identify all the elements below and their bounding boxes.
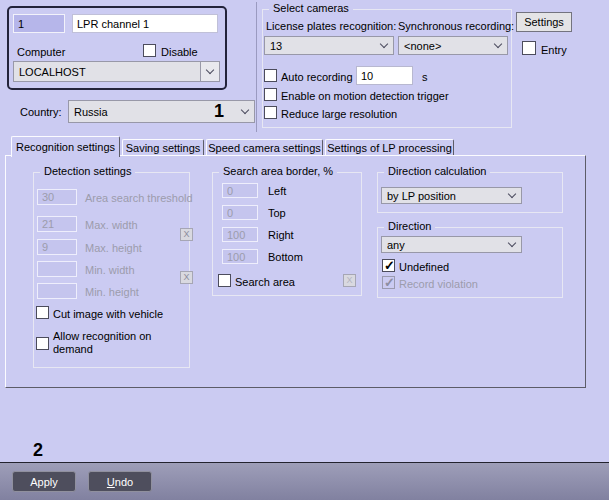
disable-checkbox[interactable]	[143, 44, 156, 57]
direction-calculation-select[interactable]: by LP position	[381, 187, 522, 204]
area-search-threshold-input	[37, 189, 77, 205]
max-height-input	[37, 239, 77, 255]
sync-recording-value: <none>	[404, 40, 495, 52]
lpr-recognition-value: 13	[270, 40, 381, 52]
undefined-label: Undefined	[399, 261, 449, 273]
annotation-step-2: 2	[33, 441, 43, 459]
area-search-threshold-label: Area search threshold	[85, 192, 193, 204]
cut-image-label: Cut image with vehicle	[53, 308, 163, 320]
record-violation-label: Record violation	[399, 278, 478, 290]
select-cameras-title: Select cameras	[269, 2, 353, 15]
direction-select[interactable]: any	[381, 236, 522, 253]
detection-settings-title: Detection settings	[40, 165, 135, 178]
lpr-recognition-select[interactable]: 13	[264, 36, 394, 55]
min-height-label: Min. height	[85, 286, 139, 298]
allow-recognition-label: Allow recognition on demand	[53, 330, 165, 356]
entry-checkbox[interactable]	[522, 41, 536, 55]
country-select[interactable]: Russia	[68, 100, 255, 123]
auto-recording-label: Auto recording	[281, 71, 353, 83]
max-height-label: Max. height	[85, 242, 142, 254]
motion-trigger-label: Enable on motion detection trigger	[281, 90, 449, 102]
border-right-label: Right	[268, 229, 294, 241]
disable-label: Disable	[161, 46, 198, 58]
border-top-input	[222, 205, 258, 220]
border-right-input	[222, 227, 258, 242]
tab-saving-settings[interactable]: Saving settings	[122, 139, 204, 156]
record-violation-checkbox	[382, 276, 395, 289]
border-left-label: Left	[268, 185, 286, 197]
auto-recording-seconds-input[interactable]	[356, 66, 413, 85]
chevron-down-icon	[508, 190, 516, 198]
motion-trigger-checkbox[interactable]	[264, 88, 277, 101]
search-area-title: Search area border, %	[219, 165, 337, 178]
lpr-recognition-label: License plates recognition:	[266, 20, 396, 32]
tab-speed-camera-settings[interactable]: Speed camera settings	[206, 139, 323, 156]
search-area-label: Search area	[235, 276, 295, 288]
chevron-down-icon	[206, 66, 214, 74]
direction-calculation-title: Direction calculation	[384, 165, 490, 178]
reduce-resolution-checkbox[interactable]	[264, 106, 277, 119]
computer-select-value: LOCALHOST	[19, 66, 200, 78]
chevron-down-icon	[494, 40, 502, 48]
chevron-down-icon	[241, 106, 249, 114]
border-left-input	[222, 183, 258, 198]
auto-recording-checkbox[interactable]	[264, 69, 277, 82]
undo-button[interactable]: Undo	[88, 471, 152, 492]
clear-max-size-button[interactable]: X	[180, 228, 193, 241]
combo-arrow-button[interactable]	[200, 62, 219, 81]
direction-value: any	[387, 239, 509, 251]
search-area-checkbox[interactable]	[218, 274, 231, 287]
top-section-divider	[256, 2, 257, 132]
min-width-label: Min. width	[85, 264, 135, 276]
clear-min-size-button[interactable]: X	[180, 271, 193, 284]
seconds-unit-label: s	[422, 71, 428, 83]
country-label: Country:	[20, 106, 62, 118]
border-top-label: Top	[268, 207, 286, 219]
lpr-channel-settings-window: Computer Disable LOCALHOST Country: Russ…	[0, 0, 609, 500]
tab-recognition-settings[interactable]: Recognition settings	[11, 136, 120, 157]
min-width-input	[37, 261, 77, 277]
channel-name-input[interactable]	[72, 14, 218, 33]
computer-label: Computer	[17, 46, 65, 58]
chevron-down-icon	[380, 40, 388, 48]
border-bottom-label: Bottom	[268, 251, 303, 263]
footer-bar: Apply Undo	[0, 462, 609, 500]
cut-image-checkbox[interactable]	[36, 306, 49, 319]
max-width-input	[37, 216, 77, 232]
computer-select[interactable]: LOCALHOST	[13, 61, 220, 82]
entry-label: Entry	[541, 44, 567, 56]
sync-recording-label: Synchronous recording:	[398, 20, 514, 32]
apply-button[interactable]: Apply	[12, 471, 76, 492]
annotation-step-1: 1	[214, 102, 224, 120]
direction-calculation-value: by LP position	[387, 190, 509, 202]
border-bottom-input	[222, 249, 258, 264]
channel-id-input[interactable]	[13, 14, 65, 33]
min-height-input	[37, 283, 77, 299]
settings-button[interactable]: Settings	[516, 12, 572, 32]
clear-search-area-button: X	[343, 274, 356, 287]
undo-button-label: Undo	[107, 476, 133, 488]
chevron-down-icon	[508, 239, 516, 247]
tab-lp-processing-settings[interactable]: Settings of LP processing	[325, 139, 454, 156]
undefined-checkbox[interactable]	[382, 259, 395, 272]
direction-title: Direction	[384, 220, 435, 233]
allow-recognition-checkbox[interactable]	[36, 337, 49, 350]
apply-button-label: Apply	[30, 476, 58, 488]
settings-button-label: Settings	[524, 16, 564, 28]
max-width-label: Max. width	[85, 219, 138, 231]
sync-recording-select[interactable]: <none>	[398, 36, 508, 55]
reduce-resolution-label: Reduce large resolution	[281, 108, 397, 120]
